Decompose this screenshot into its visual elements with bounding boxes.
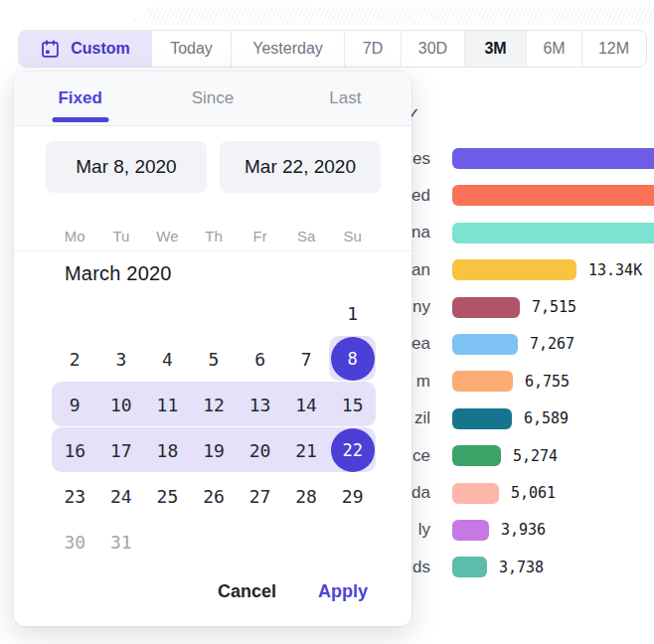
calendar-day[interactable]: 12 bbox=[191, 382, 238, 427]
bar bbox=[452, 334, 518, 355]
calendar-day bbox=[237, 290, 283, 336]
calendar-day bbox=[329, 519, 376, 564]
bar bbox=[452, 408, 512, 429]
selected-day-circle[interactable]: 22 bbox=[331, 428, 375, 472]
tab-fixed-label: Fixed bbox=[58, 88, 101, 108]
start-date-input[interactable]: Mar 8, 2020 bbox=[46, 141, 207, 193]
calendar-day[interactable]: 14 bbox=[283, 382, 330, 427]
calendar-day[interactable]: 23 bbox=[52, 473, 98, 519]
calendar-day[interactable]: 6 bbox=[237, 336, 283, 382]
calendar-day-muted[interactable]: 31 bbox=[98, 519, 145, 564]
weekday-header: Mo Tu We Th Fr Sa Su bbox=[14, 221, 411, 251]
bar-value: 7,267 bbox=[530, 335, 574, 353]
calendar-day[interactable]: 3 bbox=[98, 336, 145, 382]
date-range-picker-panel: Fixed Since Last Mar 8, 2020 Mar 22, 202… bbox=[14, 72, 411, 626]
calendar-grid: 1 2 3 4 5 6 7 8 9 10 11 12 13 14 15 16 1… bbox=[52, 290, 376, 565]
bar-value: 3,738 bbox=[499, 559, 544, 576]
calendar-day[interactable]: 25 bbox=[144, 473, 191, 519]
chart-row: ce 5,274 bbox=[378, 445, 654, 466]
selected-day-circle[interactable]: 8 bbox=[331, 337, 375, 381]
bar bbox=[452, 445, 501, 466]
active-tab-underline bbox=[52, 117, 108, 122]
calendar-day[interactable]: 2 bbox=[52, 336, 98, 382]
background-card-corner bbox=[0, 0, 151, 25]
bar bbox=[452, 185, 654, 206]
calendar-day[interactable]: 18 bbox=[144, 427, 191, 473]
custom-period-label: Custom bbox=[71, 40, 130, 58]
calendar-day[interactable]: 28 bbox=[283, 473, 330, 519]
calendar-day-muted[interactable]: 30 bbox=[52, 519, 98, 564]
calendar-day[interactable]: 16 bbox=[52, 427, 98, 473]
calendar-day[interactable]: 24 bbox=[98, 473, 145, 519]
calendar-day-range-start[interactable]: 8 bbox=[329, 336, 376, 382]
end-date-input[interactable]: Mar 22, 2020 bbox=[220, 141, 381, 193]
calendar-day[interactable]: 1 bbox=[329, 290, 376, 336]
month-title: March 2020 bbox=[65, 262, 172, 285]
period-12m-button[interactable]: 12M bbox=[581, 31, 645, 67]
calendar-day bbox=[98, 290, 145, 336]
calendar-day[interactable]: 21 bbox=[283, 427, 330, 473]
bar-value: 6,755 bbox=[525, 373, 570, 391]
calendar-day bbox=[191, 290, 238, 336]
bar-value: 3,936 bbox=[501, 521, 546, 539]
calendar-day[interactable]: 9 bbox=[52, 382, 98, 427]
period-yesterday-button[interactable]: Yesterday bbox=[231, 31, 344, 67]
custom-period-button[interactable]: Custom bbox=[19, 31, 151, 67]
chart-row: da 5,061 bbox=[378, 483, 654, 504]
cancel-button[interactable]: Cancel bbox=[218, 581, 276, 602]
chart-row: ly 3,936 bbox=[378, 520, 654, 541]
bar bbox=[452, 148, 654, 169]
calendar-day[interactable]: 4 bbox=[144, 336, 191, 382]
tab-last-label: Last bbox=[329, 88, 361, 108]
calendar-day[interactable]: 13 bbox=[237, 382, 283, 427]
bar-value: 6,589 bbox=[524, 409, 569, 427]
chart-row: an 13.34K bbox=[378, 259, 654, 280]
date-inputs-row: Mar 8, 2020 Mar 22, 2020 bbox=[46, 141, 381, 193]
period-6m-button[interactable]: 6M bbox=[526, 31, 581, 67]
bar bbox=[452, 297, 520, 318]
calendar-day[interactable]: 7 bbox=[283, 336, 330, 382]
bar bbox=[452, 483, 499, 504]
bar bbox=[452, 371, 513, 392]
calendar-day bbox=[237, 519, 283, 564]
period-30d-button[interactable]: 30D bbox=[401, 31, 464, 67]
calendar-day bbox=[283, 519, 330, 564]
chart-row: ea 7,267 bbox=[378, 334, 654, 355]
weekday-label: Tu bbox=[112, 228, 129, 244]
calendar-day[interactable]: 27 bbox=[237, 473, 283, 519]
calendar-day[interactable]: 19 bbox=[191, 427, 238, 473]
calendar-day[interactable]: 10 bbox=[98, 382, 145, 427]
calendar-day[interactable]: 5 bbox=[191, 336, 238, 382]
calendar-day bbox=[283, 290, 330, 336]
period-today-button[interactable]: Today bbox=[151, 31, 231, 67]
calendar-day-range-end[interactable]: 22 bbox=[329, 427, 376, 473]
weekday-label: Mo bbox=[65, 228, 85, 244]
chart-row: ny 7,515 bbox=[378, 297, 654, 318]
countries-bar-chart: es ed na an 13.34K ny 7,515 ea 7,267 m 6… bbox=[378, 148, 654, 594]
bar bbox=[452, 520, 489, 541]
calendar-day[interactable]: 26 bbox=[191, 473, 238, 519]
calendar-day[interactable]: 20 bbox=[237, 427, 283, 473]
calendar-icon bbox=[40, 39, 61, 60]
tab-fixed[interactable]: Fixed bbox=[14, 72, 146, 125]
calendar-day bbox=[144, 290, 191, 336]
period-3m-button-selected[interactable]: 3M bbox=[464, 31, 526, 67]
bar bbox=[452, 223, 654, 243]
chart-row: na bbox=[378, 223, 654, 243]
bar bbox=[452, 557, 487, 577]
calendar-day[interactable]: 11 bbox=[144, 382, 191, 427]
bar-value: 5,061 bbox=[511, 484, 556, 502]
apply-button[interactable]: Apply bbox=[318, 581, 368, 602]
period-7d-button[interactable]: 7D bbox=[344, 31, 401, 67]
chart-row: ed bbox=[378, 185, 654, 206]
tab-last[interactable]: Last bbox=[279, 72, 411, 125]
bar-value: 7,515 bbox=[532, 298, 576, 316]
chart-row: zil 6,589 bbox=[378, 408, 654, 429]
bar-value: 5,274 bbox=[513, 447, 558, 465]
calendar-day[interactable]: 15 bbox=[329, 382, 376, 427]
calendar-day bbox=[52, 290, 98, 336]
calendar-day[interactable]: 29 bbox=[329, 473, 376, 519]
calendar-day[interactable]: 17 bbox=[98, 427, 145, 473]
chart-row: m 6,755 bbox=[378, 371, 654, 392]
tab-since[interactable]: Since bbox=[146, 72, 278, 125]
